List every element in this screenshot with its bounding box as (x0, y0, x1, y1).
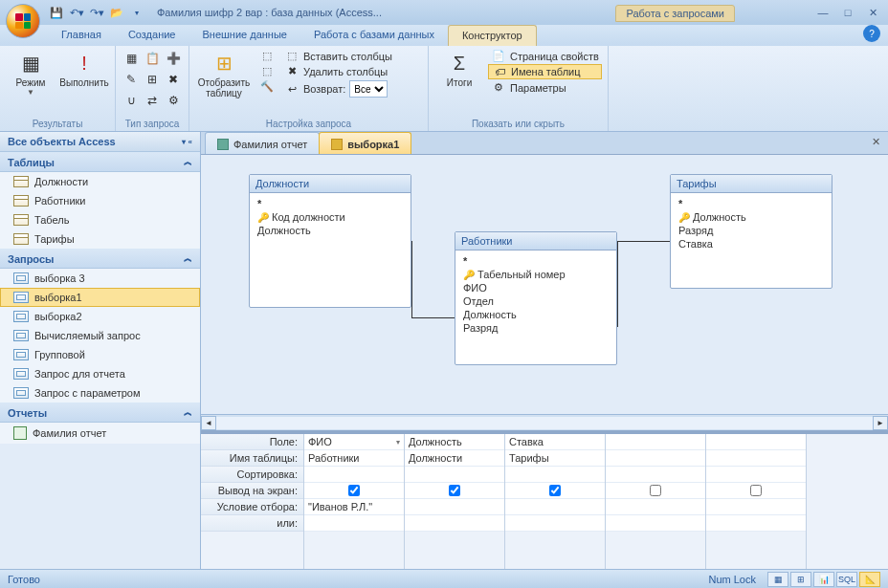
nav-item[interactable]: Групповой (0, 345, 200, 364)
return-select[interactable]: Все (349, 80, 388, 98)
grid-field-cell[interactable]: ФИО▾ (304, 434, 404, 450)
nav-item[interactable]: Запрос для отчета (0, 364, 200, 383)
delete-icon[interactable]: ✖ (164, 70, 183, 89)
field-item[interactable]: Должность (255, 224, 405, 237)
totals-button[interactable]: ΣИтоги (434, 49, 484, 90)
grid-or-cell[interactable] (606, 515, 705, 532)
grid-sort-cell[interactable] (405, 467, 504, 483)
nav-header[interactable]: Все объекты Access▾ « (0, 132, 200, 152)
union-icon[interactable]: ∪ (122, 91, 141, 110)
nav-item[interactable]: выборка1 (0, 288, 200, 307)
update-icon[interactable]: ✎ (122, 70, 141, 89)
view-mode-button[interactable]: ▦Режим▼ (6, 49, 56, 98)
grid-sort-cell[interactable] (304, 467, 404, 483)
undo-icon[interactable]: ↶▾ (68, 4, 85, 21)
show-table-button[interactable]: ⊞Отобразить таблицу (195, 49, 253, 100)
close-button[interactable]: ✕ (863, 6, 882, 19)
doc-tab-query[interactable]: выборка1 (319, 132, 411, 154)
nav-item[interactable]: выборка2 (0, 307, 200, 326)
field-all[interactable]: * (255, 197, 405, 210)
redo-icon[interactable]: ↷▾ (88, 4, 105, 21)
show-checkbox[interactable] (650, 485, 661, 496)
grid-table-cell[interactable] (606, 450, 705, 467)
maximize-button[interactable]: □ (838, 6, 857, 19)
crosstab-icon[interactable]: ⊞ (143, 70, 162, 89)
append-icon[interactable]: ➕ (164, 49, 183, 68)
view-pivotchart-button[interactable]: 📊 (813, 572, 834, 587)
field-all[interactable]: * (461, 254, 610, 268)
property-sheet-button[interactable]: 📄Страница свойств (488, 49, 602, 63)
nav-category-queries[interactable]: Запросы︽ (0, 249, 200, 269)
grid-show-cell[interactable] (304, 483, 404, 499)
office-button[interactable] (6, 4, 40, 38)
field-item[interactable]: Должность (461, 308, 610, 321)
grid-show-cell[interactable] (505, 483, 605, 499)
parameters-button[interactable]: ⚙Параметры (488, 80, 602, 95)
scroll-left-icon[interactable]: ◄ (201, 416, 216, 430)
grid-table-cell[interactable]: Работники (304, 450, 404, 467)
insert-rows-button[interactable]: ⬚ (256, 49, 278, 63)
grid-field-cell[interactable] (606, 434, 705, 450)
field-all[interactable]: * (677, 197, 826, 210)
show-checkbox[interactable] (449, 485, 460, 496)
nav-dropdown-icon[interactable]: ▾ « (182, 138, 192, 146)
builder-button[interactable]: 🔨 (256, 79, 278, 94)
doc-tab-report[interactable]: Фамилия отчет (205, 132, 320, 154)
field-item[interactable]: Разряд (461, 321, 610, 335)
field-item[interactable]: Отдел (461, 294, 610, 308)
view-datasheet-button[interactable]: ▦ (767, 572, 788, 587)
grid-criteria-cell[interactable] (606, 499, 705, 515)
grid-field-cell[interactable]: Ставка (505, 434, 605, 450)
tab-create[interactable]: Создание (115, 25, 189, 46)
field-item[interactable]: Ставка (677, 237, 826, 250)
table-box-workers[interactable]: Работники * 🔑Табельный номер ФИО Отдел Д… (455, 231, 617, 365)
nav-item[interactable]: Табель (0, 210, 200, 229)
datadef-icon[interactable]: ⚙ (164, 91, 183, 110)
passthrough-icon[interactable]: ⇄ (143, 91, 162, 110)
delete-columns-button[interactable]: ✖Удалить столбцы (281, 64, 395, 78)
field-item[interactable]: 🔑Табельный номер (461, 268, 610, 281)
nav-category-tables[interactable]: Таблицы︽ (0, 152, 200, 172)
grid-field-cell[interactable]: Должность (405, 434, 504, 450)
tab-design[interactable]: Конструктор (448, 25, 537, 46)
view-pivottable-button[interactable]: ⊞ (790, 572, 811, 587)
run-button[interactable]: !Выполнить (59, 49, 109, 90)
grid-sort-cell[interactable] (706, 467, 806, 483)
table-box-tariffs[interactable]: Тарифы * 🔑Должность Разряд Ставка (670, 174, 832, 289)
nav-item[interactable]: Вычисляемый запрос (0, 326, 200, 345)
nav-item[interactable]: Запрос с параметром (0, 383, 200, 403)
grid-show-cell[interactable] (606, 483, 705, 499)
tab-external-data[interactable]: Внешние данные (189, 25, 300, 46)
field-item[interactable]: 🔑Код должности (255, 210, 405, 224)
nav-item[interactable]: выборка 3 (0, 269, 200, 288)
grid-criteria-cell[interactable] (505, 499, 605, 515)
view-sql-button[interactable]: SQL (836, 572, 857, 587)
grid-table-cell[interactable]: Должности (405, 450, 504, 467)
grid-sort-cell[interactable] (505, 467, 605, 483)
qat-customize-icon[interactable]: ▾ (128, 4, 145, 21)
grid-show-cell[interactable] (405, 483, 504, 499)
nav-item[interactable]: Тарифы (0, 229, 200, 249)
doc-close-icon[interactable]: ✕ (864, 132, 888, 154)
nav-item[interactable]: Фамилия отчет (0, 423, 200, 444)
grid-show-cell[interactable] (706, 483, 806, 499)
help-icon[interactable]: ? (863, 25, 880, 42)
make-table-icon[interactable]: 📋 (143, 49, 162, 68)
field-item[interactable]: Разряд (677, 224, 826, 237)
nav-item[interactable]: Должности (0, 172, 200, 191)
view-design-button[interactable]: 📐 (859, 572, 880, 587)
grid-or-cell[interactable] (706, 515, 806, 532)
grid-or-cell[interactable] (405, 515, 504, 532)
tab-home[interactable]: Главная (48, 25, 115, 46)
show-checkbox[interactable] (348, 485, 360, 496)
delete-rows-button[interactable]: ⬚ (256, 64, 278, 78)
grid-criteria-cell[interactable] (405, 499, 504, 515)
return-button[interactable]: ↩Возврат: Все (281, 79, 395, 98)
show-checkbox[interactable] (750, 485, 762, 496)
open-icon[interactable]: 📂 (108, 4, 125, 21)
grid-or-cell[interactable] (304, 515, 404, 532)
field-item[interactable]: 🔑Должность (677, 210, 826, 224)
canvas-scrollbar[interactable]: ◄ ► (201, 414, 888, 430)
field-item[interactable]: ФИО (461, 281, 610, 294)
scroll-right-icon[interactable]: ► (873, 416, 888, 430)
